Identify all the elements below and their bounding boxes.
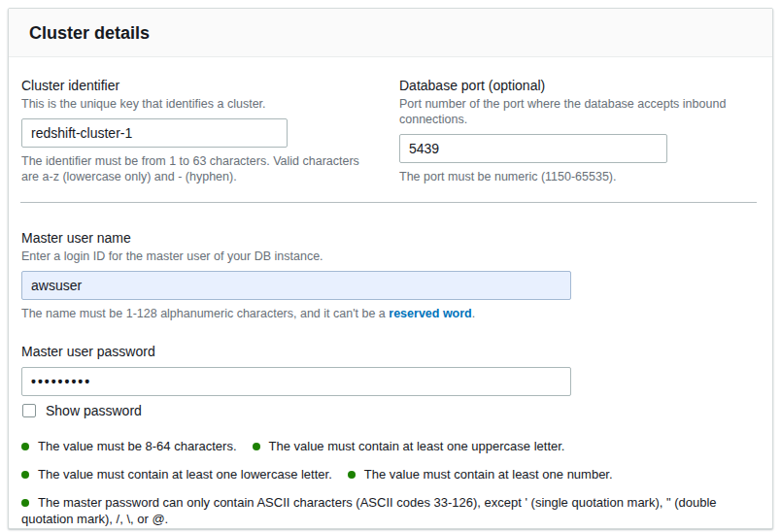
green-bullet-icon: [21, 499, 29, 507]
constraint-text-suffix: .: [472, 307, 475, 320]
master-user-password-label: Master user password: [21, 343, 753, 360]
database-port-description: Port number of the port where the databa…: [399, 96, 734, 127]
cluster-identifier-field: Cluster identifier This is the unique ke…: [21, 77, 399, 184]
password-rule: The value must contain at least one numb…: [348, 467, 613, 482]
green-bullet-icon: [21, 443, 29, 450]
cluster-details-card: Cluster details Cluster identifier This …: [8, 8, 773, 529]
card-header: Cluster details: [9, 9, 772, 57]
database-port-label: Database port (optional): [399, 77, 753, 94]
password-rule: The value must contain at least one lowe…: [21, 467, 332, 482]
password-rule: The master password can only contain ASC…: [21, 495, 717, 526]
cluster-identifier-constraint: The identifier must be from 1 to 63 char…: [21, 153, 379, 184]
reserved-word-link[interactable]: reserved word: [389, 307, 471, 320]
page-title: Cluster details: [29, 22, 753, 44]
password-rule-text: The master password can only contain ASC…: [21, 495, 717, 526]
constraint-text-prefix: The name must be 1-128 alphanumeric char…: [21, 307, 389, 320]
green-bullet-icon: [348, 471, 356, 479]
password-rule-row: The value must be 8-64 characters.The va…: [21, 438, 756, 454]
password-rule-text: The value must contain at least one numb…: [364, 467, 613, 482]
password-rule-text: The value must contain at least one uppe…: [269, 439, 565, 453]
password-rule: The value must contain at least one uppe…: [253, 439, 565, 453]
cluster-identifier-label: Cluster identifier: [21, 77, 399, 94]
show-password-label: Show password: [46, 403, 142, 418]
show-password-row: Show password: [21, 403, 753, 418]
green-bullet-icon: [253, 443, 260, 450]
master-user-name-label: Master user name: [21, 229, 753, 247]
master-user-password-input[interactable]: [21, 367, 571, 396]
cluster-identifier-description: This is the unique key that identifies a…: [21, 96, 399, 112]
database-port-constraint: The port must be numeric (1150-65535).: [399, 169, 753, 184]
identifier-port-section: Cluster identifier This is the unique ke…: [9, 57, 772, 184]
database-port-field: Database port (optional) Port number of …: [399, 77, 753, 184]
master-user-name-input[interactable]: [21, 271, 571, 300]
master-user-section: Master user name Enter a login ID for th…: [9, 203, 772, 529]
password-rule: The value must be 8-64 characters.: [21, 439, 237, 453]
cluster-identifier-input[interactable]: [21, 118, 288, 148]
green-bullet-icon: [21, 471, 29, 479]
password-rule-text: The value must contain at least one lowe…: [38, 467, 332, 482]
password-rule-text: The value must be 8-64 characters.: [38, 439, 237, 453]
password-rule-row: The value must contain at least one lowe…: [21, 466, 756, 482]
master-user-name-field: Master user name Enter a login ID for th…: [21, 229, 753, 321]
password-rule-row: The master password can only contain ASC…: [21, 494, 756, 527]
master-user-name-constraint: The name must be 1-128 alphanumeric char…: [21, 306, 753, 321]
show-password-checkbox[interactable]: [22, 404, 36, 417]
database-port-input[interactable]: [399, 134, 667, 163]
master-user-password-field: Master user password Show password: [21, 343, 753, 418]
password-rules: The value must be 8-64 characters.The va…: [21, 438, 756, 527]
master-user-name-description: Enter a login ID for the master user of …: [21, 249, 753, 264]
